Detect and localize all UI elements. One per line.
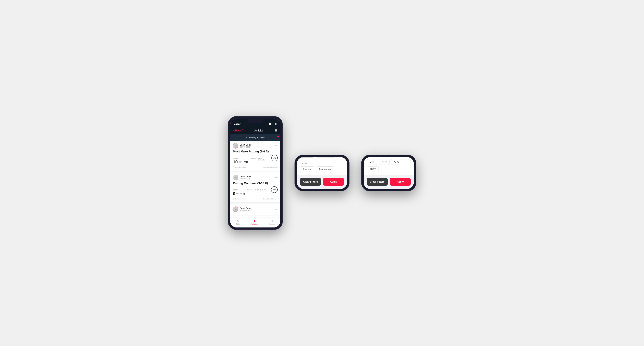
avatar-1: JC <box>233 143 238 149</box>
phone-3: 11:33 ▌▌▌ ᵎ ▓ clippd Activity ☰ ⊞ Viewin… <box>361 155 416 191</box>
clear-filters-btn-3[interactable]: Clear Filters <box>367 178 388 186</box>
user-date-1: 28 Feb 2023 <box>240 146 252 148</box>
score-value-1: 10 <box>233 160 238 165</box>
avatar-3: JC <box>233 206 238 212</box>
activities-icon-1: ♟ <box>253 219 256 223</box>
user-info-1: JC Josh Coles 28 Feb 2023 <box>233 143 252 149</box>
stats-row-1: Score 10 OUT OF 20 Shots Shot Quality <box>233 155 278 165</box>
activity-card-3: JC Josh Coles 28 Feb 2023 ••• <box>230 204 280 216</box>
out-of-value-1: 20 <box>244 160 248 164</box>
filter-icon-1: ⊞ <box>246 136 247 139</box>
filter-drills-section-3: Practice Drills OTT APP ARG PUTT <box>364 157 414 174</box>
shots-label-1: Shots <box>250 157 256 159</box>
arg-btn-3[interactable]: ARG <box>391 159 402 165</box>
card-footer-1: ⓘ Test Information Data: Clippd Capture <box>233 166 278 168</box>
header-title-1: Activity <box>254 129 263 132</box>
clear-filters-btn-2[interactable]: Clear Filters <box>300 178 321 186</box>
test-info-1: ⓘ Test Information <box>233 166 246 168</box>
user-info-2: JC Josh Coles 28 Feb 2023 <box>233 175 252 180</box>
phone-1-screen: 11:33 ▌▌▌ ᵎ ▓ clippd Activity ☰ ⊞ Viewin… <box>230 119 280 227</box>
user-name-3: Josh Coles <box>240 207 252 209</box>
filter-body-2: Show Rounds Practice Drills Rounds Pract… <box>297 157 347 175</box>
capture-icon-1: ⊕ <box>270 219 273 223</box>
practice-btn-2[interactable]: Practice <box>300 166 314 172</box>
score-label-2: Score <box>233 189 245 191</box>
modal-footer-3: Clear Filters Apply <box>364 175 414 186</box>
phone-2: 11:33 ▌▌▌ ᵎ ▓ clippd Activity ☰ ⊞ Viewin… <box>294 155 350 191</box>
out-of-text-1: OUT OF <box>238 160 243 164</box>
activity-title-2: Putting Combine (3-15 ft) <box>233 181 278 185</box>
quality-label-2: Shot Quality <box>255 189 266 191</box>
show-buttons-2: Rounds Practice Drills <box>300 157 344 158</box>
wifi-icon: ᵎ <box>274 123 274 125</box>
filter-modal-2: Filter ✕ Show Rounds Practice Drills Rou… <box>297 157 347 189</box>
round-type-buttons-2: Practice Tournament <box>300 166 344 172</box>
filter-show-section-2: Show Rounds Practice Drills <box>297 157 347 160</box>
apply-btn-3[interactable]: Apply <box>390 178 411 186</box>
more-dots-2[interactable]: ••• <box>275 176 278 179</box>
stat-group-quality-1: Shot Quality <box>258 157 269 161</box>
status-icons-1: ▌▌▌ ᵎ ▓ <box>269 123 276 125</box>
home-label-1: Home <box>236 223 240 225</box>
apply-btn-2[interactable]: Apply <box>323 178 344 186</box>
rounds-btn-2[interactable]: Rounds <box>300 157 314 158</box>
nav-activities-1[interactable]: ♟ Activities <box>251 219 258 225</box>
avatar-2: JC <box>233 175 238 180</box>
stat-group-score-1: Score 10 OUT OF 20 <box>233 157 248 165</box>
practice-drills-btn-2[interactable]: Practice Drills <box>316 157 336 158</box>
home-icon-1: ⌂ <box>237 219 239 223</box>
rounds-section-label-2: Rounds <box>300 163 344 165</box>
out-of-value-2: 9 <box>243 192 245 196</box>
phone-2-screen: 11:33 ▌▌▌ ᵎ ▓ clippd Activity ☰ ⊞ Viewin… <box>297 157 347 189</box>
menu-icon-1[interactable]: ☰ <box>275 129 277 132</box>
card-footer-2: ⓘ Test Information Data: Clippd Capture <box>233 198 278 200</box>
scene: 11:33 ▌▌▌ ᵎ ▓ clippd Activity ☰ ⊞ Viewin… <box>216 104 428 242</box>
shots-label-2: Shots <box>247 189 252 191</box>
viewing-bar-text-1: Viewing Activities <box>248 136 265 139</box>
stat-group-shots-1: Shots <box>250 157 256 160</box>
user-date-3: 28 Feb 2023 <box>240 209 252 211</box>
phone-3-screen: 11:33 ▌▌▌ ᵎ ▓ clippd Activity ☰ ⊞ Viewin… <box>364 157 414 189</box>
data-source-1: Data: Clippd Capture <box>263 166 278 168</box>
nav-home-1[interactable]: ⌂ Home <box>236 219 240 225</box>
activity-title-1: Must Make Putting (3-6 ft) <box>233 150 278 153</box>
more-dots-3[interactable]: ••• <box>275 208 278 211</box>
putt-btn-3[interactable]: PUTT <box>367 166 379 172</box>
capture-label-1: Capture <box>269 223 275 225</box>
drills-section-label-3: Practice Drills <box>367 157 411 157</box>
more-dots-1[interactable]: ••• <box>275 144 278 147</box>
quality-badge-2: 45 <box>271 186 278 193</box>
score-value-2: 0 <box>233 191 235 196</box>
viewing-dot-1 <box>277 136 279 137</box>
phone-1: 11:33 ▌▌▌ ᵎ ▓ clippd Activity ☰ ⊞ Viewin… <box>228 116 283 230</box>
app-btn-3[interactable]: APP <box>379 159 390 165</box>
filter-rounds-section-2: Rounds Practice Tournament <box>297 160 347 174</box>
tournament-btn-2[interactable]: Tournament <box>316 166 334 172</box>
activities-list: JC Josh Coles 28 Feb 2023 ••• Must Make … <box>230 141 280 216</box>
quality-badge-1: 75 <box>271 155 278 161</box>
out-of-text-2: OUT OF <box>236 193 242 195</box>
card-header-1: JC Josh Coles 28 Feb 2023 ••• <box>233 143 278 149</box>
card-header-2: JC Josh Coles 28 Feb 2023 ••• <box>233 175 278 180</box>
drill-type-buttons-3: OTT APP ARG PUTT <box>367 159 411 172</box>
viewing-bar-1[interactable]: ⊞ Viewing Activities <box>230 134 280 141</box>
battery-icon: ▓ <box>275 123 276 125</box>
data-source-2: Data: Clippd Capture <box>263 198 278 200</box>
activities-label-1: Activities <box>251 223 258 225</box>
stats-row-2: Score 0 OUT OF 9 Shots Shot Quality <box>233 186 278 196</box>
signal-icon: ▌▌▌ <box>269 123 273 125</box>
stat-group-quality-2: Shot Quality <box>255 189 266 191</box>
filter-body-3: Show Rounds Practice Drills Practice Dri… <box>364 157 414 175</box>
score-label-1: Score <box>233 157 248 159</box>
logo-1: clippd <box>233 129 242 132</box>
modal-footer-2: Clear Filters Apply <box>297 175 347 186</box>
quality-label-1: Shot Quality <box>258 157 269 161</box>
activity-card-2: JC Josh Coles 28 Feb 2023 ••• Putting Co… <box>230 173 280 203</box>
user-date-2: 28 Feb 2023 <box>240 178 252 180</box>
user-name-2: Josh Coles <box>240 175 252 178</box>
ott-btn-3[interactable]: OTT <box>367 159 377 165</box>
nav-capture-1[interactable]: ⊕ Capture <box>269 219 275 225</box>
dynamic-island <box>248 118 263 123</box>
status-time-1: 11:33 <box>234 122 240 125</box>
stat-group-score-2: Score 0 OUT OF 9 <box>233 189 245 196</box>
